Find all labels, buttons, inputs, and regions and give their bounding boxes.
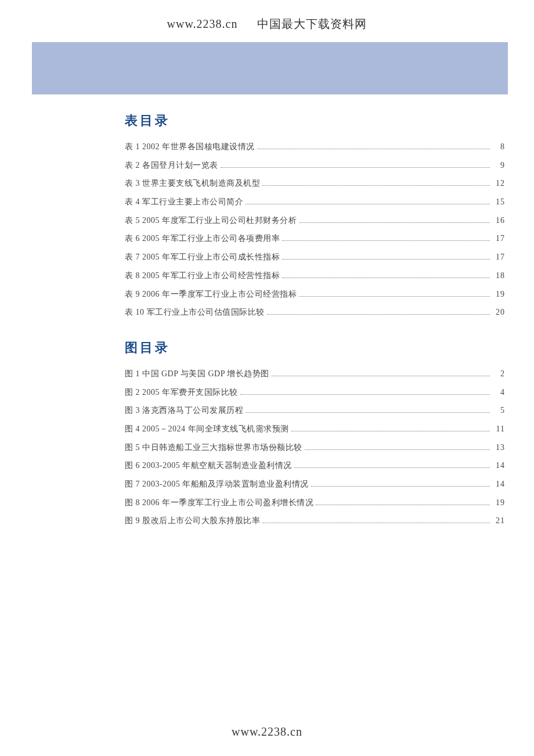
- toc-page: 14: [492, 459, 505, 472]
- toc-label: 表 7 2005 年军工行业上市公司成长性指标: [125, 251, 280, 264]
- footer-url: www.2238.cn: [232, 725, 302, 738]
- toc-page: 19: [492, 288, 505, 301]
- toc-tables: 表 1 2002 年世界各国核电建设情况8 表 2 各国登月计划一览表9 表 3…: [125, 138, 505, 322]
- toc-label: 图 8 2006 年一季度军工行业上市公司盈利增长情况: [125, 496, 313, 509]
- toc-entry: 图 8 2006 年一季度军工行业上市公司盈利增长情况19: [125, 494, 505, 512]
- toc-page: 8: [492, 141, 505, 153]
- page-header: www.2238.cn 中国最大下载资料网: [0, 0, 534, 42]
- toc-label: 表 1 2002 年世界各国核电建设情况: [125, 141, 255, 153]
- toc-entry: 图 5 中日韩造船工业三大指标世界市场份额比较13: [125, 438, 505, 457]
- toc-page: 17: [492, 251, 505, 264]
- toc-label: 表 2 各国登月计划一览表: [125, 159, 218, 172]
- toc-page: 11: [492, 423, 505, 435]
- toc-page: 13: [492, 441, 505, 454]
- toc-leader: [316, 505, 490, 505]
- toc-page: 20: [492, 306, 505, 319]
- toc-entry: 表 6 2005 年军工行业上市公司各项费用率17: [125, 229, 505, 248]
- toc-leader: [240, 394, 490, 395]
- toc-leader: [305, 449, 490, 450]
- toc-entry: 表 2 各国登月计划一览表9: [125, 156, 505, 175]
- toc-page: 4: [492, 386, 505, 399]
- toc-entry: 表 5 2005 年度军工行业上司公司杜邦财务分析16: [125, 211, 505, 230]
- toc-entry: 表 8 2005 年军工行业上市公司经营性指标18: [125, 267, 505, 285]
- toc-entry: 图 1 中国 GDP 与美国 GDP 增长趋势图2: [125, 365, 505, 383]
- toc-entry: 图 6 2003-2005 年航空航天器制造业盈利情况14: [125, 456, 505, 475]
- toc-page: 12: [492, 177, 505, 190]
- toc-page: 18: [492, 269, 505, 282]
- toc-entry: 表 10 军工行业上市公司估值国际比较20: [125, 303, 505, 322]
- toc-leader: [246, 412, 490, 413]
- toc-page: 2: [492, 368, 505, 380]
- toc-label: 表 10 军工行业上市公司估值国际比较: [125, 306, 265, 319]
- content-area: 表目录 表 1 2002 年世界各国核电建设情况8 表 2 各国登月计划一览表9…: [125, 112, 505, 530]
- toc-leader: [282, 278, 490, 278]
- header-url: www.2238.cn: [167, 17, 238, 30]
- toc-leader: [291, 431, 490, 431]
- toc-label: 表 3 世界主要支线飞机制造商及机型: [125, 177, 260, 190]
- toc-page: 5: [492, 404, 505, 417]
- toc-leader: [282, 259, 490, 260]
- toc-leader: [294, 467, 490, 468]
- toc-page: 21: [492, 514, 505, 527]
- toc-label: 图 7 2003-2005 年船舶及浮动装置制造业盈利情况: [125, 478, 309, 491]
- toc-page: 14: [492, 478, 505, 491]
- toc-page: 9: [492, 159, 505, 172]
- toc-label: 表 5 2005 年度军工行业上司公司杜邦财务分析: [125, 214, 297, 227]
- toc-label: 表 4 军工行业主要上市公司简介: [125, 196, 243, 208]
- section-heading-figures: 图目录: [125, 339, 505, 357]
- toc-entry: 图 9 股改后上市公司大股东持股比率21: [125, 512, 505, 530]
- page-footer: www.2238.cn: [0, 725, 534, 739]
- toc-entry: 图 2 2005 年军费开支国际比较4: [125, 383, 505, 402]
- header-title: 中国最大下载资料网: [257, 17, 367, 30]
- toc-label: 表 9 2006 年一季度军工行业上市公司经营指标: [125, 288, 297, 301]
- toc-leader: [262, 523, 490, 523]
- decorative-band: [32, 42, 508, 95]
- toc-entry: 表 9 2006 年一季度军工行业上市公司经营指标19: [125, 285, 505, 304]
- toc-leader: [311, 486, 490, 487]
- toc-label: 图 4 2005－2024 年间全球支线飞机需求预测: [125, 423, 289, 435]
- toc-label: 图 3 洛克西洛马丁公司发展历程: [125, 404, 243, 417]
- toc-leader: [257, 149, 490, 149]
- toc-label: 表 8 2005 年军工行业上市公司经营性指标: [125, 269, 280, 282]
- toc-leader: [282, 240, 490, 241]
- toc-label: 图 2 2005 年军费开支国际比较: [125, 386, 238, 399]
- toc-figures: 图 1 中国 GDP 与美国 GDP 增长趋势图2 图 2 2005 年军费开支…: [125, 365, 505, 530]
- toc-leader: [221, 167, 490, 168]
- toc-leader: [272, 376, 490, 376]
- toc-page: 19: [492, 496, 505, 509]
- toc-entry: 表 3 世界主要支线飞机制造商及机型12: [125, 174, 505, 193]
- toc-label: 图 6 2003-2005 年航空航天器制造业盈利情况: [125, 459, 292, 472]
- toc-leader: [299, 296, 490, 297]
- toc-leader: [299, 222, 490, 223]
- toc-label: 图 5 中日韩造船工业三大指标世界市场份额比较: [125, 441, 302, 454]
- toc-entry: 表 1 2002 年世界各国核电建设情况8: [125, 138, 505, 156]
- toc-entry: 表 4 军工行业主要上市公司简介15: [125, 193, 505, 211]
- toc-entry: 表 7 2005 年军工行业上市公司成长性指标17: [125, 248, 505, 267]
- toc-leader: [246, 204, 490, 204]
- toc-page: 15: [492, 196, 505, 208]
- toc-page: 16: [492, 214, 505, 227]
- toc-label: 图 1 中国 GDP 与美国 GDP 增长趋势图: [125, 368, 269, 380]
- toc-entry: 图 7 2003-2005 年船舶及浮动装置制造业盈利情况14: [125, 475, 505, 494]
- toc-leader: [262, 185, 490, 186]
- toc-label: 图 9 股改后上市公司大股东持股比率: [125, 514, 260, 527]
- toc-entry: 图 4 2005－2024 年间全球支线飞机需求预测11: [125, 420, 505, 438]
- toc-page: 17: [492, 232, 505, 245]
- toc-leader: [267, 314, 490, 315]
- section-heading-tables: 表目录: [125, 112, 505, 129]
- toc-label: 表 6 2005 年军工行业上市公司各项费用率: [125, 232, 280, 245]
- toc-entry: 图 3 洛克西洛马丁公司发展历程5: [125, 401, 505, 420]
